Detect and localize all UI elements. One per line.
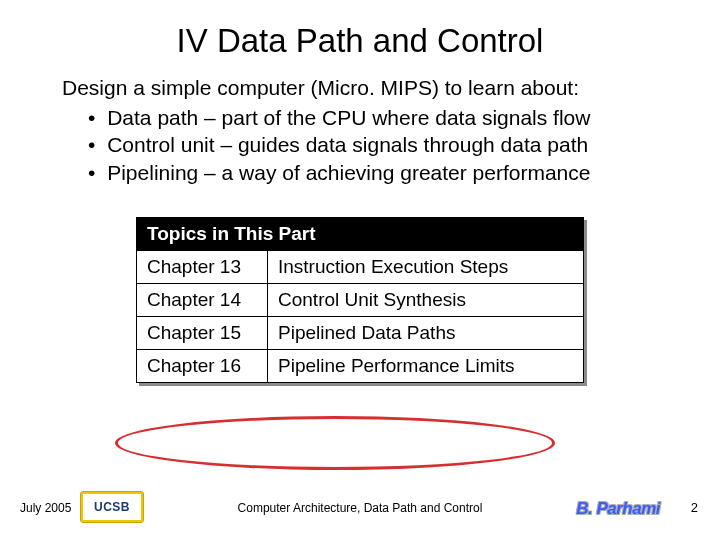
footer-page-number: 2 [691, 500, 698, 515]
chapter-cell: Chapter 16 [137, 349, 268, 382]
bullet-list: Data path – part of the CPU where data s… [62, 104, 660, 187]
slide-title: IV Data Path and Control [0, 0, 720, 74]
topic-cell: Instruction Execution Steps [268, 250, 584, 283]
bullet-item: Control unit – guides data signals throu… [106, 131, 660, 159]
intro-line: Design a simple computer (Micro. MIPS) t… [62, 74, 660, 102]
table-row: Chapter 16 Pipeline Performance Limits [137, 349, 584, 382]
chapter-cell: Chapter 15 [137, 316, 268, 349]
body-text: Design a simple computer (Micro. MIPS) t… [62, 74, 660, 187]
table-row: Chapter 14 Control Unit Synthesis [137, 283, 584, 316]
topics-table: Topics in This Part Chapter 13 Instructi… [136, 217, 584, 383]
footer-author: B. Parhami [576, 499, 660, 519]
slide: IV Data Path and Control Design a simple… [0, 0, 720, 540]
bullet-item: Pipelining – a way of achieving greater … [106, 159, 660, 187]
table-row: Chapter 15 Pipelined Data Paths [137, 316, 584, 349]
bullet-item: Data path – part of the CPU where data s… [106, 104, 660, 132]
table-row: Chapter 13 Instruction Execution Steps [137, 250, 584, 283]
chapter-cell: Chapter 14 [137, 283, 268, 316]
highlight-ellipse [115, 416, 555, 470]
chapter-cell: Chapter 13 [137, 250, 268, 283]
topic-cell: Control Unit Synthesis [268, 283, 584, 316]
topic-cell: Pipeline Performance Limits [268, 349, 584, 382]
footer: July 2005 UCSB Computer Architecture, Da… [0, 485, 720, 525]
topic-cell: Pipelined Data Paths [268, 316, 584, 349]
topics-header: Topics in This Part [137, 217, 584, 250]
